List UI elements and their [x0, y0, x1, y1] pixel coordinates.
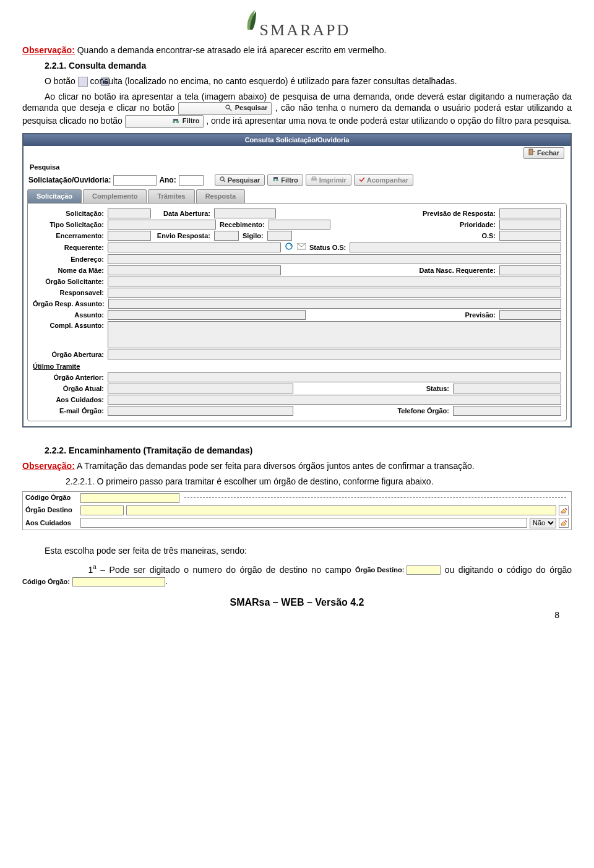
inp-email-orgao[interactable]: [108, 406, 293, 416]
lbl-orgao-solic: Órgão Solicitante:: [33, 277, 104, 286]
btn-label: Filtro: [281, 176, 298, 185]
section-2221: 2.2.2.1. O primeiro passo para tramitar …: [66, 476, 572, 488]
inp-tipo-solicitacao[interactable]: [108, 220, 216, 230]
text: – Pode ser digitado o numero do órgão de…: [97, 564, 355, 574]
clear-button[interactable]: [559, 505, 569, 515]
leaf-icon: [244, 9, 257, 32]
svg-line-18: [565, 508, 567, 510]
lbl-status-os: Status O.S:: [309, 243, 346, 252]
observation-1: Observação: Quando a demanda encontrar-s…: [22, 45, 572, 56]
binoculars-icon: [150, 118, 179, 127]
solicitacao-input[interactable]: [113, 175, 157, 186]
consulta-window: Consulta Soliciatação/Ouvidoria Fechar P…: [22, 133, 572, 428]
refresh-icon[interactable]: [285, 242, 293, 253]
acompanhar-button[interactable]: Acompanhar: [354, 174, 413, 186]
inp-status[interactable]: [453, 384, 561, 393]
lbl-orgao-abertura: Órgão Abertura:: [33, 350, 104, 359]
brand-text: SMARAPD: [260, 21, 351, 39]
tab-tramites[interactable]: Trâmites: [148, 189, 194, 203]
lbl-envio-resposta: Envio Resposta:: [155, 231, 210, 241]
codigo-orgao-inline-field[interactable]: [72, 577, 165, 587]
lbl-orgao-atual: Órgão Atual:: [33, 384, 104, 393]
ano-label: Ano:: [159, 175, 176, 185]
inp-telefone-orgao[interactable]: [453, 406, 561, 416]
inp-responsavel[interactable]: [108, 288, 561, 298]
inp-orgao-anterior[interactable]: [108, 372, 561, 382]
svg-point-12: [276, 179, 278, 181]
tab-solicitacao[interactable]: Solicitação: [27, 189, 82, 203]
inp-aos-cuidados[interactable]: [108, 395, 561, 405]
inp-endereco[interactable]: [108, 254, 561, 264]
observation-label: Observação:: [22, 461, 75, 471]
para-end-b: 1a – Pode ser digitado o numero do órgão…: [22, 563, 572, 587]
section-title: Consulta demanda: [69, 61, 146, 71]
para-end-a: Esta escolha pode ser feita de três mane…: [45, 545, 572, 557]
btn-label: Pesquisar: [235, 104, 268, 111]
printer-icon: [311, 176, 317, 185]
orgao-destino-inline: Órgão Destino:: [355, 565, 441, 575]
lbl-status: Status:: [426, 384, 449, 393]
inp-data-abertura[interactable]: [214, 208, 276, 218]
inp-previsao[interactable]: [499, 310, 561, 320]
lbl-orgao-anterior: Órgão Anterior:: [33, 373, 104, 382]
svg-rect-15: [312, 177, 316, 179]
section-num: 2.2.1.: [45, 61, 66, 71]
inp-previsao-resposta[interactable]: [499, 208, 561, 218]
section-title: Encaminhamento (Tramitação de demandas): [69, 445, 252, 455]
svg-point-11: [273, 179, 275, 181]
lbl-orgao-resp-assunto: Órgão Resp. Assunto:: [33, 299, 105, 309]
inp-assunto[interactable]: [108, 310, 306, 320]
inp-sigilo[interactable]: [267, 231, 292, 241]
mail-icon[interactable]: [297, 243, 306, 252]
tab-complemento[interactable]: Complemento: [83, 189, 147, 203]
inp-aos-cuidados2[interactable]: [80, 518, 527, 528]
inp-data-nasc[interactable]: [499, 265, 561, 275]
lbl-encerramento: Encerramento:: [33, 231, 104, 241]
text: consulta (localizado no encima, no canto…: [90, 76, 457, 86]
svg-line-10: [223, 180, 225, 182]
text: ou digitando o código do órgão: [445, 564, 572, 574]
lbl-email-orgao: E-mail Órgão:: [33, 406, 104, 416]
btn-label: Acompanhar: [367, 176, 408, 185]
orgao-destino-inline-field[interactable]: [407, 565, 441, 575]
inp-orgao-destino-name[interactable]: [126, 505, 556, 515]
inp-compl-assunto[interactable]: [108, 321, 561, 348]
lbl: Órgão Destino:: [355, 565, 404, 575]
footer-line: SMARsa – WEB – Versão 4.2: [22, 596, 572, 609]
check-icon: [359, 176, 365, 185]
observation-text: Quando a demanda encontrar-se atrasado e…: [75, 45, 387, 55]
pesquisar-button[interactable]: Pesquisar: [215, 174, 265, 186]
observation-2: Observação: A Tramitação das demandas po…: [22, 460, 572, 472]
inp-envio-resposta[interactable]: [214, 231, 239, 241]
inp-orgao-solic[interactable]: [108, 277, 561, 286]
para-221a: O botão consulta (localizado no encima, …: [22, 75, 572, 87]
lbl-nome-mae: Nome da Mãe:: [33, 266, 104, 275]
inp-status-os[interactable]: [350, 243, 561, 252]
encaminhamento-box: Código Órgão Órgão Destino Aos Cuidados …: [22, 491, 572, 530]
inp-prioridade[interactable]: [499, 220, 561, 230]
ano-input[interactable]: [179, 175, 204, 186]
inp-requerente[interactable]: [108, 243, 281, 252]
consulta-icon: [78, 77, 88, 87]
lbl-recebimento: Recebimento:: [220, 220, 265, 230]
inp-orgao-atual[interactable]: [108, 384, 293, 393]
observation-text: A Tramitação das demandas pode ser feita…: [75, 461, 475, 471]
inp-orgao-resp-assunto[interactable]: [108, 299, 561, 309]
imprimir-button[interactable]: Imprimir: [306, 174, 351, 186]
fechar-button[interactable]: Fechar: [523, 147, 564, 159]
inp-nome-mae[interactable]: [108, 265, 281, 275]
tab-resposta[interactable]: Resposta: [196, 189, 246, 203]
btn-label: Filtro: [183, 117, 200, 124]
inp-solicitacao[interactable]: [108, 208, 151, 218]
inp-recebimento[interactable]: [269, 220, 330, 230]
inp-orgao-abertura[interactable]: [108, 350, 561, 359]
filtro-button[interactable]: Filtro: [267, 174, 303, 186]
solicitacao-label: Soliciatação/Ouvidoria:: [28, 175, 111, 185]
sel-nao[interactable]: Não: [530, 518, 556, 528]
clear-button-2[interactable]: [559, 518, 569, 528]
inp-orgao-destino-code[interactable]: [80, 505, 124, 515]
inp-encerramento[interactable]: [108, 231, 151, 241]
inp-os[interactable]: [499, 231, 561, 241]
inp-codigo-orgao[interactable]: [80, 493, 179, 503]
lbl-solicitacao: Solicitação:: [33, 209, 104, 218]
